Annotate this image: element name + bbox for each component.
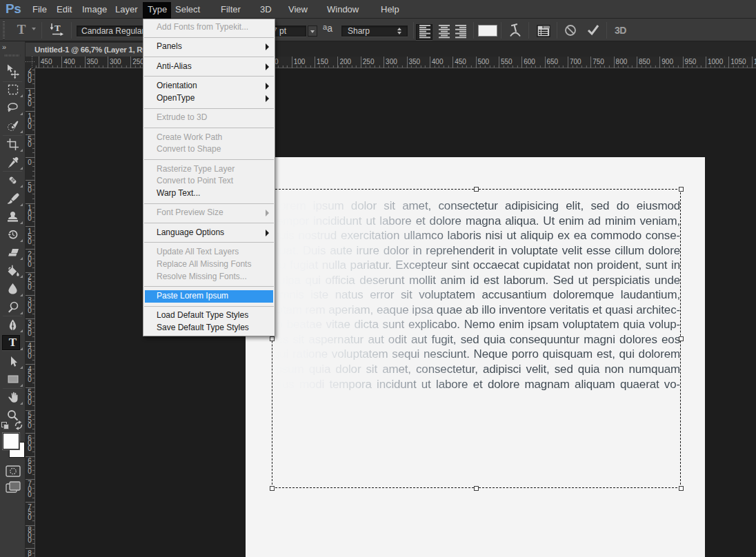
svg-text:T: T [54, 23, 61, 33]
